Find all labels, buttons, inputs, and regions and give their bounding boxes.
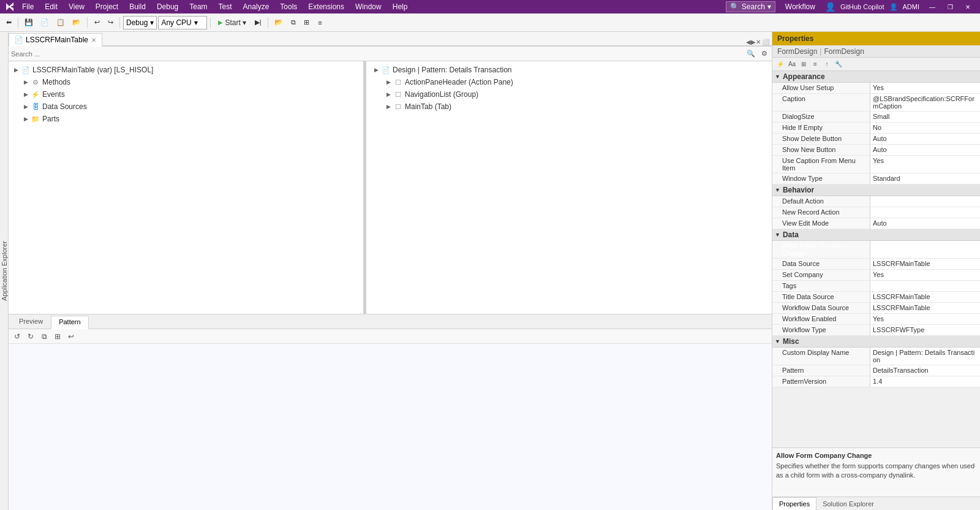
prop-title-ds[interactable]: Title Data Source LSSCRFMainTable: [772, 292, 980, 303]
toolbar-btn4[interactable]: ≡: [314, 16, 326, 29]
prop-window-type[interactable]: Window Type Standard: [772, 173, 980, 185]
prop-btn-categorized[interactable]: ⊞: [798, 59, 809, 70]
prop-show-delete-btn[interactable]: Show Delete Button Auto: [772, 134, 980, 145]
prop-btn-settings[interactable]: 🔧: [833, 59, 844, 70]
prop-use-caption[interactable]: Use Caption From Menu Item Yes: [772, 156, 980, 173]
toolbar-back[interactable]: ⬅: [2, 16, 15, 29]
menu-tools[interactable]: Tools: [275, 1, 302, 12]
prop-cat-behavior[interactable]: ▼ Behavior: [772, 185, 980, 196]
design-action-pane[interactable]: ▶ ☐ ActionPaneHeader (Action Pane): [366, 76, 772, 88]
prop-btn-list[interactable]: ≡: [810, 59, 821, 70]
tab-scroll-left[interactable]: ◀: [746, 39, 751, 45]
prop-value-use-caption[interactable]: Yes: [870, 156, 980, 173]
tab-preview[interactable]: Preview: [11, 315, 51, 329]
nav-list-toggle[interactable]: ▶: [383, 89, 393, 99]
prop-value-allow-user-setup[interactable]: Yes: [870, 83, 980, 93]
toolbar-save[interactable]: 💾: [21, 16, 36, 29]
root-toggle[interactable]: ▶: [11, 65, 21, 75]
prop-btn-up[interactable]: ↑: [821, 59, 832, 70]
prop-cat-appearance[interactable]: ▼ Appearance: [772, 71, 980, 83]
bottom-btn-copy[interactable]: ⧉: [38, 330, 50, 343]
prop-caption[interactable]: Caption @LSBrandSpecification:SCRFFormCa…: [772, 94, 980, 112]
menu-team[interactable]: Team: [184, 1, 212, 12]
toolbar-undo[interactable]: ↩: [91, 16, 103, 29]
prop-cat-data[interactable]: ▼ Data: [772, 229, 980, 241]
menu-analyze[interactable]: Analyze: [238, 1, 274, 12]
app-explorer-sidebar[interactable]: Application Explorer: [0, 32, 9, 510]
design-header-item[interactable]: ▶ 📄 Design | Pattern: Details Transactio…: [366, 64, 772, 76]
action-pane-toggle[interactable]: ▶: [383, 77, 393, 87]
tree-root[interactable]: ▶ 📄 LSSCRFMainTable (var) [LS_HISOL]: [9, 64, 363, 76]
minimize-btn[interactable]: —: [924, 2, 940, 12]
bottom-btn-refresh[interactable]: ↺: [11, 330, 23, 343]
menu-build[interactable]: Build: [124, 1, 151, 12]
tab-close-btn[interactable]: ✕: [91, 37, 97, 44]
toolbar-save2[interactable]: 📄: [37, 16, 52, 29]
prop-value-custom-display[interactable]: Design | Pattern: Details Transaction: [870, 348, 980, 365]
prop-value-set-company[interactable]: Yes: [870, 270, 980, 280]
tree-parts[interactable]: ▶ 📁 Parts: [9, 113, 363, 125]
debug-dropdown[interactable]: Debug ▾: [123, 16, 157, 29]
prop-value-show-new[interactable]: Auto: [870, 145, 980, 155]
close-btn[interactable]: ✕: [960, 2, 975, 12]
parts-toggle[interactable]: ▶: [21, 114, 31, 124]
prop-cat-misc[interactable]: ▼ Misc: [772, 336, 980, 348]
tree-methods[interactable]: ▶ ⚙ Methods: [9, 76, 363, 88]
design-header-toggle[interactable]: ▶: [371, 65, 381, 75]
prop-custom-display[interactable]: Custom Display Name Design | Pattern: De…: [772, 348, 980, 365]
toolbar-open[interactable]: 📂: [69, 16, 84, 29]
prop-btn-alpha[interactable]: Aa: [786, 59, 797, 70]
prop-value-workflow-ds[interactable]: LSSCRFMainTable: [870, 303, 980, 313]
menu-extensions[interactable]: Extensions: [303, 1, 349, 12]
menu-file[interactable]: File: [17, 1, 39, 12]
start-button[interactable]: ▶ Start ▾: [214, 16, 250, 29]
tab-close-all[interactable]: ✕: [756, 39, 761, 45]
tab-maximize[interactable]: ⬜: [762, 39, 769, 45]
prop-value-default-action[interactable]: [870, 196, 980, 207]
prop-value-hide-if-empty[interactable]: No: [870, 123, 980, 133]
prop-value-title-ds[interactable]: LSSCRFMainTable: [870, 292, 980, 302]
design-main-tab[interactable]: ▶ ☐ MainTab (Tab): [366, 101, 772, 113]
prop-tags[interactable]: Tags: [772, 281, 980, 292]
menu-window[interactable]: Window: [350, 1, 386, 12]
menu-debug[interactable]: Debug: [152, 1, 183, 12]
prop-value-new-record[interactable]: [870, 207, 980, 218]
tree-events[interactable]: ▶ ⚡ Events: [9, 88, 363, 101]
prop-value-show-delete[interactable]: Auto: [870, 134, 980, 144]
prop-tab-solution-explorer[interactable]: Solution Explorer: [816, 497, 880, 511]
tab-main[interactable]: 📄 LSSCRFMainTable ✕: [9, 33, 102, 47]
datasources-toggle[interactable]: ▶: [21, 102, 31, 112]
prop-pattern[interactable]: Pattern DetailsTransaction: [772, 365, 980, 376]
toolbar-btn2[interactable]: ⧉: [287, 16, 300, 29]
prop-dialogsize[interactable]: DialogSize Small: [772, 112, 980, 123]
prop-allow-company-change[interactable]: Allow Form Company Change No: [772, 241, 980, 259]
toolbar-saveas[interactable]: 📋: [53, 16, 68, 29]
menu-edit[interactable]: Edit: [40, 1, 62, 12]
bottom-btn-grid[interactable]: ⊞: [51, 330, 64, 343]
menu-help[interactable]: Help: [388, 1, 413, 12]
prop-workflow-ds[interactable]: Workflow Data Source LSSCRFMainTable: [772, 303, 980, 314]
prop-value-window-type[interactable]: Standard: [870, 173, 980, 184]
prop-value-data-source[interactable]: LSSCRFMainTable: [870, 259, 980, 269]
prop-value-workflow-enabled[interactable]: Yes: [870, 314, 980, 324]
design-nav-list[interactable]: ▶ ☐ NavigationList (Group): [366, 88, 772, 101]
prop-data-source[interactable]: Data Source LSSCRFMainTable: [772, 259, 980, 270]
menu-view[interactable]: View: [64, 1, 89, 12]
maximize-btn[interactable]: ❐: [943, 2, 958, 12]
platform-dropdown[interactable]: Any CPU ▾: [158, 16, 207, 29]
prop-view-edit-mode[interactable]: View Edit Mode Auto: [772, 218, 980, 229]
prop-value-pattern[interactable]: DetailsTransaction: [870, 365, 980, 376]
prop-allow-user-setup[interactable]: Allow User Setup Yes: [772, 83, 980, 94]
toolbar-btn1[interactable]: 📂: [271, 16, 286, 29]
prop-value-workflow-type[interactable]: LSSCRFWFType: [870, 325, 980, 335]
prop-btn-events[interactable]: ⚡: [775, 59, 786, 70]
prop-value-allow-company[interactable]: No: [870, 241, 980, 258]
workflow-menu[interactable]: Workflow: [780, 1, 820, 12]
toolbar-redo[interactable]: ↪: [104, 16, 116, 29]
toolbar-btn3[interactable]: ⊞: [301, 16, 313, 29]
prop-new-record-action[interactable]: New Record Action: [772, 207, 980, 218]
events-toggle[interactable]: ▶: [21, 89, 31, 99]
search-options-btn[interactable]: ⚙: [760, 49, 769, 58]
prop-value-view-edit[interactable]: Auto: [870, 218, 980, 229]
methods-toggle[interactable]: ▶: [21, 77, 31, 87]
